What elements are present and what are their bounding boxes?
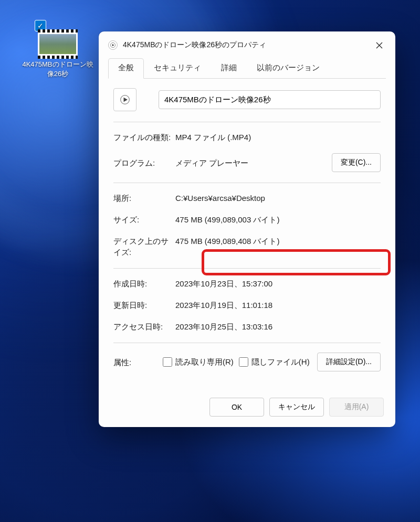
attributes-label: 属性: [113,357,160,368]
desktop-file-icon[interactable]: ✓ 4K475MBのドローン映像26秒 [21,21,94,79]
hidden-checkbox[interactable]: 隠しファイル(H) [239,357,310,367]
readonly-label: 読み取り専用(R) [175,357,234,367]
program-value: メディア プレーヤー [175,157,332,168]
tab-security[interactable]: セキュリティ [144,58,211,79]
created-label: 作成日時: [113,278,175,289]
ok-button[interactable]: OK [209,398,264,417]
apply-button[interactable]: 適用(A) [329,398,384,417]
tab-bar: 全般 セキュリティ 詳細 以前のバージョン [99,58,395,79]
separator [113,183,381,183]
title-video-icon [108,40,118,50]
disksize-value: 475 MB (499,089,408 バイト) [175,236,381,247]
change-program-button[interactable]: 変更(C)... [332,153,381,172]
filename-input[interactable] [159,90,381,109]
filetype-value: MP4 ファイル (.MP4) [175,132,381,143]
filetype-label: ファイルの種類: [113,132,175,143]
tab-general[interactable]: 全般 [108,58,144,79]
separator [113,122,381,122]
advanced-attributes-button[interactable]: 詳細設定(D)... [317,353,381,371]
hidden-checkbox-input[interactable] [239,357,248,367]
separator [113,268,381,269]
accessed-value: 2023年10月25日、13:03:16 [175,321,381,332]
titlebar: 4K475MBのドローン映像26秒のプロパティ [99,31,395,58]
desktop-icon-label: 4K475MBのドローン映像26秒 [21,60,94,79]
created-value: 2023年10月23日、15:37:00 [175,278,381,289]
modified-label: 更新日時: [113,300,175,311]
video-thumbnail-icon [38,33,78,56]
close-button[interactable] [370,38,388,52]
location-value: C:¥Users¥arcsa¥Desktop [175,193,381,204]
program-label: プログラム: [113,157,175,168]
readonly-checkbox-input[interactable] [163,357,172,367]
location-label: 場所: [113,193,175,204]
disksize-label: ディスク上のサイズ: [113,236,175,258]
modified-value: 2023年10月19日、11:01:18 [175,300,381,311]
readonly-checkbox[interactable]: 読み取り専用(R) [163,357,234,367]
file-type-icon [113,88,136,111]
size-value: 475 MB (499,089,003 バイト) [175,214,381,225]
cancel-button[interactable]: キャンセル [269,398,324,417]
tab-previous-versions[interactable]: 以前のバージョン [247,58,330,79]
dialog-title: 4K475MBのドローン映像26秒のプロパティ [123,40,365,50]
tab-details[interactable]: 詳細 [211,58,247,79]
separator [113,343,381,343]
general-panel: ファイルの種類: MP4 ファイル (.MP4) プログラム: メディア プレー… [99,79,395,390]
hidden-label: 隠しファイル(H) [251,357,310,367]
size-label: サイズ: [113,214,175,225]
accessed-label: アクセス日時: [113,321,175,332]
close-icon [376,42,383,49]
dialog-footer: OK キャンセル 適用(A) [99,390,395,427]
properties-dialog: 4K475MBのドローン映像26秒のプロパティ 全般 セキュリティ 詳細 以前の… [99,31,395,427]
